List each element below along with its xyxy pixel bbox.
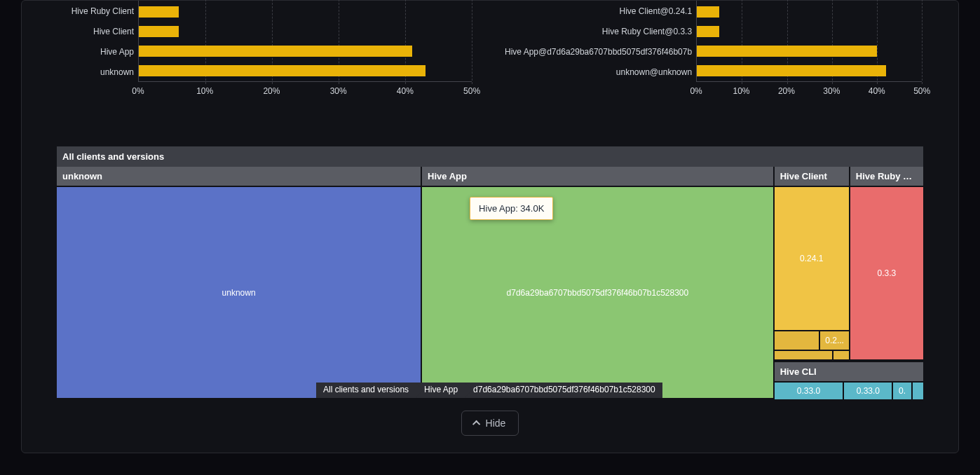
hide-label: Hide bbox=[486, 418, 506, 429]
x-tick: 30% bbox=[330, 86, 347, 96]
treemap-group-header[interactable]: Hive Ruby Cl... bbox=[850, 167, 923, 186]
bar[interactable] bbox=[139, 46, 412, 57]
chevron-up-icon bbox=[472, 420, 480, 428]
bar[interactable] bbox=[139, 65, 426, 76]
treemap-cell[interactable]: 0. bbox=[893, 383, 911, 399]
treemap-group-header[interactable]: Hive App bbox=[422, 167, 773, 186]
x-tick: 20% bbox=[263, 86, 280, 96]
treemap-cell[interactable]: 0.3.3 bbox=[850, 187, 923, 359]
treemap-cell[interactable] bbox=[913, 383, 923, 399]
breadcrumb-item[interactable]: All clients and versions bbox=[316, 383, 416, 398]
bar[interactable] bbox=[697, 6, 719, 18]
treemap-group-header[interactable]: Hive Client bbox=[775, 167, 849, 186]
x-tick: 30% bbox=[823, 86, 840, 96]
bar[interactable] bbox=[139, 6, 179, 18]
treemap-panel: All clients and versions unknown unknown… bbox=[57, 146, 923, 398]
dashboard-panel: Hive Ruby Client Hive Client Hive App un… bbox=[21, 0, 959, 453]
treemap-cell[interactable]: 0.2... bbox=[820, 331, 848, 350]
bar-plot-area[interactable] bbox=[138, 1, 472, 82]
treemap-group-header[interactable]: unknown bbox=[57, 167, 421, 186]
breadcrumb: All clients and versions Hive App d7d6a2… bbox=[316, 383, 662, 398]
x-tick: 10% bbox=[196, 86, 213, 96]
treemap-cell[interactable] bbox=[775, 351, 833, 359]
treemap-cell-hiveapp[interactable]: d7d6a29ba6707bbd5075df376f46b07b1c528300… bbox=[422, 187, 773, 398]
treemap-title[interactable]: All clients and versions bbox=[57, 146, 923, 167]
x-tick: 50% bbox=[913, 86, 930, 96]
bar-category-label: Hive Ruby Client@0.3.3 bbox=[602, 22, 692, 41]
treemap-cell[interactable]: 0.24.1 bbox=[775, 187, 849, 330]
bar[interactable] bbox=[697, 46, 877, 57]
treemap-cell[interactable]: 0.33.0 bbox=[844, 383, 892, 399]
treemap-cell-unknown[interactable]: unknown bbox=[57, 187, 421, 398]
x-tick: 10% bbox=[733, 86, 749, 96]
x-tick: 20% bbox=[778, 86, 795, 96]
bar-plot-area[interactable] bbox=[696, 1, 922, 82]
tooltip: Hive App: 34.0K bbox=[470, 197, 553, 220]
treemap-cell[interactable] bbox=[833, 351, 848, 359]
treemap-group-header[interactable]: Hive CLI bbox=[775, 362, 923, 381]
bar-category-label: Hive App@d7d6a29ba6707bbd5075df376f46b07… bbox=[505, 42, 692, 62]
x-tick: 40% bbox=[397, 86, 414, 96]
bar[interactable] bbox=[697, 26, 719, 37]
client-versions-bar-chart: Hive Client@0.24.1 Hive Ruby Client@0.3.… bbox=[486, 1, 922, 97]
x-tick: 40% bbox=[869, 86, 885, 96]
bar[interactable] bbox=[139, 26, 179, 37]
bar[interactable] bbox=[697, 65, 886, 76]
treemap-cell[interactable] bbox=[775, 331, 819, 350]
bar-category-label: Hive Client@0.24.1 bbox=[620, 1, 693, 21]
x-tick: 0% bbox=[690, 86, 702, 96]
hide-button[interactable]: Hide bbox=[461, 411, 519, 436]
breadcrumb-item[interactable]: d7d6a29ba6707bbd5075df376f46b07b1c528300 bbox=[461, 383, 662, 398]
clients-bar-chart: Hive Ruby Client Hive Client Hive App un… bbox=[36, 1, 472, 97]
bar-category-label: Hive Ruby Client bbox=[72, 1, 134, 21]
bar-category-label: unknown@unknown bbox=[616, 62, 692, 82]
bar-category-label: Hive App bbox=[100, 42, 134, 62]
treemap-cell[interactable]: 0.33.0 bbox=[775, 383, 843, 399]
x-tick: 50% bbox=[463, 86, 480, 96]
bar-category-label: Hive Client bbox=[93, 22, 134, 41]
bar-category-label: unknown bbox=[100, 62, 134, 82]
x-tick: 0% bbox=[132, 86, 144, 96]
